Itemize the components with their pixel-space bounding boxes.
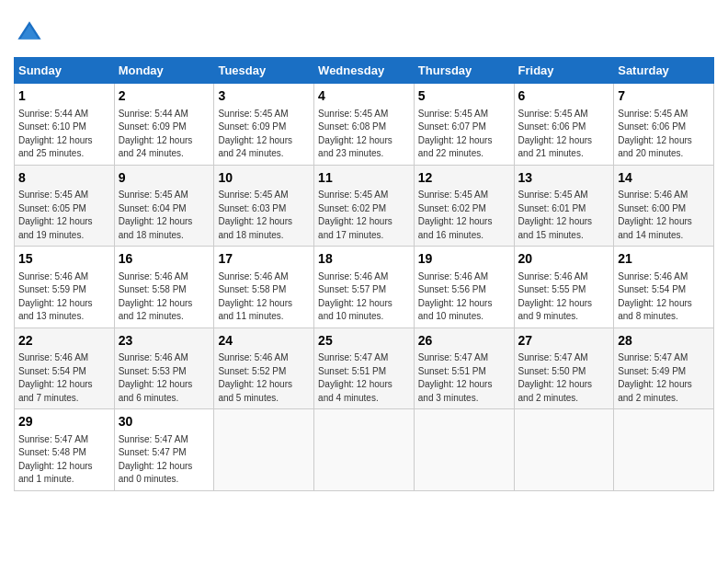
calendar-cell: 15Sunrise: 5:46 AM Sunset: 5:59 PM Dayli… <box>15 247 115 328</box>
day-info: Sunrise: 5:45 AM Sunset: 6:03 PM Dayligh… <box>218 189 310 242</box>
calendar-week-2: 8Sunrise: 5:45 AM Sunset: 6:05 PM Daylig… <box>15 165 714 247</box>
calendar-cell: 8Sunrise: 5:45 AM Sunset: 6:05 PM Daylig… <box>15 165 115 247</box>
day-info: Sunrise: 5:47 AM Sunset: 5:50 PM Dayligh… <box>518 351 610 405</box>
calendar-header-row: SundayMondayTuesdayWednesdayThursdayFrid… <box>15 58 714 84</box>
col-header-tuesday: Tuesday <box>214 58 314 84</box>
day-info: Sunrise: 5:45 AM Sunset: 6:07 PM Dayligh… <box>418 108 510 161</box>
calendar-week-5: 29Sunrise: 5:47 AM Sunset: 5:48 PM Dayli… <box>15 409 714 491</box>
day-info: Sunrise: 5:45 AM Sunset: 6:08 PM Dayligh… <box>318 108 410 161</box>
calendar-cell: 10Sunrise: 5:45 AM Sunset: 6:03 PM Dayli… <box>214 165 314 247</box>
calendar-cell: 29Sunrise: 5:47 AM Sunset: 5:48 PM Dayli… <box>15 409 115 491</box>
day-info: Sunrise: 5:46 AM Sunset: 5:58 PM Dayligh… <box>218 270 310 324</box>
day-info: Sunrise: 5:45 AM Sunset: 6:09 PM Dayligh… <box>218 108 310 161</box>
calendar-week-4: 22Sunrise: 5:46 AM Sunset: 5:54 PM Dayli… <box>15 327 714 409</box>
col-header-friday: Friday <box>514 58 614 84</box>
day-number: 4 <box>318 87 410 106</box>
day-number: 13 <box>518 169 610 188</box>
calendar-cell: 9Sunrise: 5:45 AM Sunset: 6:04 PM Daylig… <box>114 165 214 247</box>
calendar-cell: 28Sunrise: 5:47 AM Sunset: 5:49 PM Dayli… <box>614 327 714 409</box>
day-number: 2 <box>119 87 210 106</box>
calendar-cell: 14Sunrise: 5:46 AM Sunset: 6:00 PM Dayli… <box>614 165 714 247</box>
calendar-week-3: 15Sunrise: 5:46 AM Sunset: 5:59 PM Dayli… <box>15 247 714 328</box>
day-number: 16 <box>119 250 210 269</box>
col-header-sunday: Sunday <box>15 58 115 84</box>
calendar-cell: 6Sunrise: 5:45 AM Sunset: 6:06 PM Daylig… <box>514 84 614 166</box>
calendar-cell: 20Sunrise: 5:46 AM Sunset: 5:55 PM Dayli… <box>514 247 614 328</box>
calendar-week-1: 1Sunrise: 5:44 AM Sunset: 6:10 PM Daylig… <box>15 84 714 166</box>
day-number: 1 <box>18 87 110 106</box>
header <box>14 14 714 48</box>
calendar-cell: 12Sunrise: 5:45 AM Sunset: 6:02 PM Dayli… <box>414 165 514 247</box>
day-info: Sunrise: 5:47 AM Sunset: 5:49 PM Dayligh… <box>618 351 710 405</box>
day-number: 9 <box>119 169 210 188</box>
day-number: 22 <box>18 332 110 350</box>
calendar-table: SundayMondayTuesdayWednesdayThursdayFrid… <box>14 57 714 491</box>
day-number: 23 <box>119 332 210 350</box>
day-number: 21 <box>618 250 710 269</box>
calendar-cell: 16Sunrise: 5:46 AM Sunset: 5:58 PM Dayli… <box>114 247 214 328</box>
day-info: Sunrise: 5:47 AM Sunset: 5:48 PM Dayligh… <box>18 433 110 487</box>
calendar-cell <box>414 409 514 491</box>
day-info: Sunrise: 5:47 AM Sunset: 5:51 PM Dayligh… <box>418 351 510 405</box>
calendar-cell: 22Sunrise: 5:46 AM Sunset: 5:54 PM Dayli… <box>15 327 115 409</box>
calendar-cell: 18Sunrise: 5:46 AM Sunset: 5:57 PM Dayli… <box>314 247 415 328</box>
day-number: 5 <box>418 87 510 106</box>
col-header-monday: Monday <box>114 58 214 84</box>
calendar-cell: 3Sunrise: 5:45 AM Sunset: 6:09 PM Daylig… <box>214 84 314 166</box>
calendar-cell: 13Sunrise: 5:45 AM Sunset: 6:01 PM Dayli… <box>514 165 614 247</box>
day-number: 30 <box>119 413 210 431</box>
day-number: 8 <box>18 169 110 188</box>
day-number: 27 <box>518 332 610 350</box>
day-number: 14 <box>618 169 710 188</box>
day-number: 11 <box>318 169 410 188</box>
day-info: Sunrise: 5:45 AM Sunset: 6:02 PM Dayligh… <box>318 189 410 242</box>
calendar-cell: 21Sunrise: 5:46 AM Sunset: 5:54 PM Dayli… <box>614 247 714 328</box>
day-info: Sunrise: 5:44 AM Sunset: 6:09 PM Dayligh… <box>119 108 210 161</box>
day-info: Sunrise: 5:46 AM Sunset: 5:53 PM Dayligh… <box>119 351 210 405</box>
day-info: Sunrise: 5:46 AM Sunset: 5:55 PM Dayligh… <box>518 270 610 324</box>
day-number: 6 <box>518 87 610 106</box>
calendar-cell <box>314 409 415 491</box>
day-info: Sunrise: 5:46 AM Sunset: 5:57 PM Dayligh… <box>318 270 410 324</box>
calendar-cell: 7Sunrise: 5:45 AM Sunset: 6:06 PM Daylig… <box>614 84 714 166</box>
calendar-cell: 19Sunrise: 5:46 AM Sunset: 5:56 PM Dayli… <box>414 247 514 328</box>
day-number: 29 <box>18 413 110 431</box>
day-number: 24 <box>218 332 310 350</box>
day-info: Sunrise: 5:45 AM Sunset: 6:06 PM Dayligh… <box>518 108 610 161</box>
day-number: 25 <box>318 332 410 350</box>
day-info: Sunrise: 5:47 AM Sunset: 5:51 PM Dayligh… <box>318 351 410 405</box>
day-info: Sunrise: 5:46 AM Sunset: 5:54 PM Dayligh… <box>618 270 710 324</box>
day-info: Sunrise: 5:45 AM Sunset: 6:01 PM Dayligh… <box>518 189 610 242</box>
calendar-cell: 4Sunrise: 5:45 AM Sunset: 6:08 PM Daylig… <box>314 84 415 166</box>
col-header-saturday: Saturday <box>614 58 714 84</box>
calendar-cell: 11Sunrise: 5:45 AM Sunset: 6:02 PM Dayli… <box>314 165 415 247</box>
day-info: Sunrise: 5:45 AM Sunset: 6:04 PM Dayligh… <box>119 189 210 242</box>
calendar-cell: 2Sunrise: 5:44 AM Sunset: 6:09 PM Daylig… <box>114 84 214 166</box>
day-info: Sunrise: 5:45 AM Sunset: 6:05 PM Dayligh… <box>18 189 110 242</box>
calendar-cell <box>514 409 614 491</box>
day-number: 26 <box>418 332 510 350</box>
day-info: Sunrise: 5:44 AM Sunset: 6:10 PM Dayligh… <box>18 108 110 161</box>
col-header-thursday: Thursday <box>414 58 514 84</box>
day-number: 19 <box>418 250 510 269</box>
calendar-cell: 30Sunrise: 5:47 AM Sunset: 5:47 PM Dayli… <box>114 409 214 491</box>
logo <box>14 18 42 48</box>
calendar-cell: 24Sunrise: 5:46 AM Sunset: 5:52 PM Dayli… <box>214 327 314 409</box>
day-number: 28 <box>618 332 710 350</box>
day-number: 15 <box>18 250 110 269</box>
day-info: Sunrise: 5:46 AM Sunset: 5:52 PM Dayligh… <box>218 351 310 405</box>
day-info: Sunrise: 5:47 AM Sunset: 5:47 PM Dayligh… <box>119 433 210 487</box>
day-info: Sunrise: 5:45 AM Sunset: 6:06 PM Dayligh… <box>618 108 710 161</box>
calendar-cell: 1Sunrise: 5:44 AM Sunset: 6:10 PM Daylig… <box>15 84 115 166</box>
calendar-cell: 27Sunrise: 5:47 AM Sunset: 5:50 PM Dayli… <box>514 327 614 409</box>
calendar-cell <box>614 409 714 491</box>
day-info: Sunrise: 5:45 AM Sunset: 6:02 PM Dayligh… <box>418 189 510 242</box>
day-info: Sunrise: 5:46 AM Sunset: 6:00 PM Dayligh… <box>618 189 710 242</box>
calendar-cell: 17Sunrise: 5:46 AM Sunset: 5:58 PM Dayli… <box>214 247 314 328</box>
day-number: 10 <box>218 169 310 188</box>
calendar-cell: 23Sunrise: 5:46 AM Sunset: 5:53 PM Dayli… <box>114 327 214 409</box>
col-header-wednesday: Wednesday <box>314 58 415 84</box>
day-number: 7 <box>618 87 710 106</box>
calendar-cell: 5Sunrise: 5:45 AM Sunset: 6:07 PM Daylig… <box>414 84 514 166</box>
calendar-cell: 26Sunrise: 5:47 AM Sunset: 5:51 PM Dayli… <box>414 327 514 409</box>
